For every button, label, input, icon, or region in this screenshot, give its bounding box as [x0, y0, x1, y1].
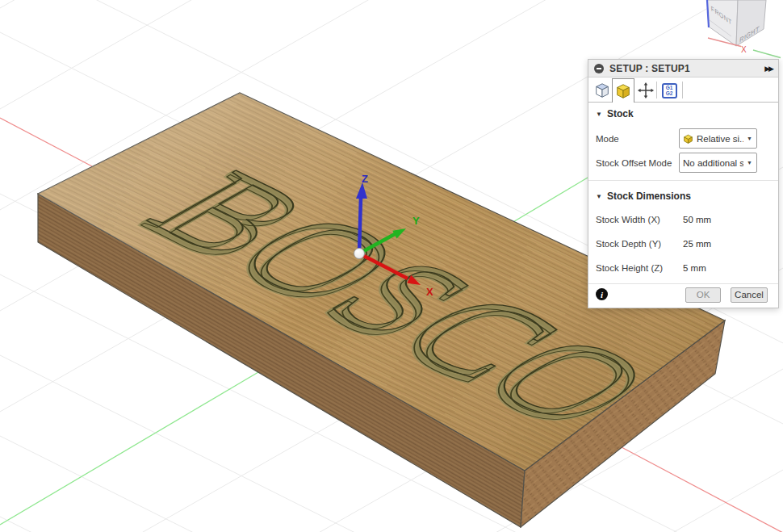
dialog-grip-icon[interactable] — [594, 64, 604, 73]
stock-width-label: Stock Width (X) — [596, 213, 660, 226]
view-cube-y-axis — [753, 50, 781, 58]
info-icon[interactable]: i — [596, 288, 608, 300]
dialog-header[interactable]: SETUP : SETUP1 ▶▶ — [588, 60, 778, 77]
y-axis-label: Y — [412, 215, 420, 227]
stock-offset-mode-dropdown[interactable]: No additional s... ▼ — [679, 153, 757, 173]
origin-handle[interactable] — [354, 249, 365, 259]
stock-depth-value: 25 mm — [683, 237, 711, 250]
collapse-triangle-icon[interactable]: ▼ — [596, 111, 602, 118]
tab-separator — [656, 82, 657, 98]
chevron-down-icon: ▼ — [747, 136, 752, 141]
expand-dialog-icon[interactable]: ▶▶ — [764, 65, 773, 73]
g1g2-icon: G1 G2 — [662, 83, 677, 98]
dialog-tab-bar: G1 G2 — [588, 77, 778, 103]
stock-depth-label: Stock Depth (Y) — [596, 237, 661, 250]
section-stock-title: Stock — [607, 108, 634, 119]
setup-cube-icon — [593, 82, 611, 99]
collapse-triangle-icon[interactable]: ▼ — [596, 193, 602, 200]
z-axis-arrow[interactable] — [359, 197, 361, 253]
g2-text: G2 — [666, 90, 673, 96]
tab-post-process[interactable]: G1 G2 — [659, 81, 679, 100]
tab-separator — [682, 82, 683, 98]
tab-positions[interactable] — [636, 81, 655, 100]
tab-stock[interactable] — [612, 78, 634, 103]
cancel-button[interactable]: Cancel — [731, 287, 768, 303]
view-cube-x-label: X — [741, 45, 747, 54]
section-stock-dimensions[interactable]: ▼ Stock Dimensions — [596, 191, 691, 202]
tab-setup[interactable] — [592, 81, 612, 100]
mode-dropdown[interactable]: Relative si... ▼ — [679, 128, 757, 149]
stock-offset-mode-label: Stock Offset Mode — [596, 157, 672, 170]
section-stock-dimensions-title: Stock Dimensions — [607, 191, 691, 202]
mode-value: Relative si... — [697, 134, 743, 144]
ok-button[interactable]: OK — [685, 287, 721, 303]
stock-cube-icon — [614, 82, 632, 100]
g1-text: G1 — [666, 85, 673, 90]
section-divider — [588, 180, 778, 181]
stock-height-value: 5 mm — [683, 262, 706, 274]
z-axis-label: Z — [362, 173, 368, 185]
chevron-down-icon: ▼ — [747, 160, 752, 165]
footer-divider — [588, 283, 778, 284]
x-axis-label: X — [426, 286, 433, 298]
move-arrows-icon — [637, 82, 655, 99]
view-cube[interactable]: FRONT RIGHT X — [707, 0, 781, 58]
section-stock[interactable]: ▼ Stock — [596, 108, 634, 119]
stock-cube-icon — [683, 133, 693, 145]
mode-label: Mode — [596, 132, 619, 145]
stock-offset-mode-value: No additional s... — [683, 158, 743, 168]
stock-width-value: 50 mm — [683, 213, 711, 226]
dialog-title: SETUP : SETUP1 — [609, 63, 690, 74]
setup-dialog: SETUP : SETUP1 ▶▶ — [588, 59, 779, 308]
stock-height-label: Stock Height (Z) — [596, 262, 663, 274]
